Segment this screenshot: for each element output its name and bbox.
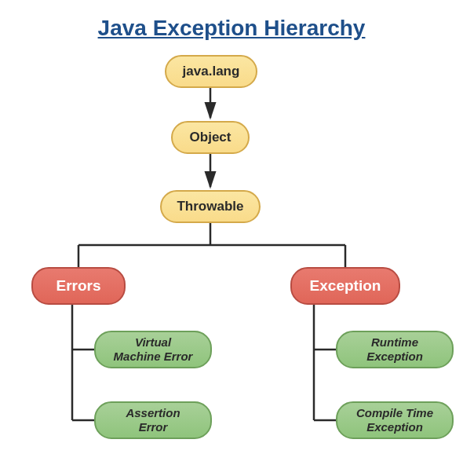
node-errors: Errors [31, 267, 126, 305]
node-java-lang: java.lang [165, 55, 257, 88]
node-throwable: Throwable [160, 190, 261, 223]
node-object: Object [171, 121, 250, 154]
node-assertion-error: Assertion Error [94, 401, 212, 439]
node-exception: Exception [290, 267, 400, 305]
node-virtual-machine-error: Virtual Machine Error [94, 331, 212, 368]
diagram-title: Java Exception Hierarchy [0, 0, 463, 41]
node-compile-time-exception: Compile Time Exception [336, 401, 454, 439]
node-runtime-exception: Runtime Exception [336, 331, 454, 368]
